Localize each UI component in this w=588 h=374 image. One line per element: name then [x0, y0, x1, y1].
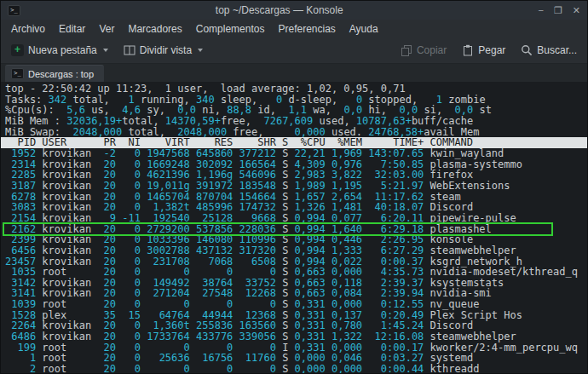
new-tab-button[interactable]: + Nueva pestaña [6, 41, 113, 60]
split-view-icon [124, 45, 135, 55]
paste-button[interactable]: Pegar [457, 41, 510, 60]
menu-complementos[interactable]: Complementos [189, 21, 272, 37]
process-row: 2 root 20 0 0 0 0 S 0,000 0,000 0:00.44 … [5, 364, 587, 373]
chevron-down-icon [103, 49, 108, 52]
new-tab-label: Nueva pestaña [28, 44, 97, 56]
titlebar[interactable]: >_ top ~/Descargas — Konsole − ❐ ✕ [1, 1, 587, 20]
search-button[interactable]: Buscar... [516, 41, 582, 60]
menu-ayuda[interactable]: Ayuda [343, 21, 385, 37]
minimize-button[interactable]: − [538, 6, 543, 15]
process-row: 2162 krovikan 20 0 2729200 537856 228036… [5, 224, 587, 235]
menu-marcadores[interactable]: Marcadores [121, 21, 188, 37]
menu-bar: Archivo Editar Ver Marcadores Complement… [1, 20, 587, 37]
paste-icon [462, 44, 474, 56]
copy-icon [401, 44, 412, 56]
search-icon [521, 44, 533, 56]
chevron-down-icon [198, 49, 203, 52]
menu-archivo[interactable]: Archivo [4, 21, 52, 37]
paste-label: Pegar [478, 44, 505, 56]
menu-ver[interactable]: Ver [92, 21, 121, 37]
toolbar: + Nueva pestaña Dividir vista Copiar Peg… [1, 37, 587, 64]
konsole-app-icon: >_ [8, 5, 20, 16]
window-title: top ~/Descargas — Konsole [20, 4, 538, 16]
tab-descargas-top[interactable]: >_ Descargas : top [5, 65, 104, 82]
menu-editar[interactable]: Editar [52, 21, 92, 37]
terminal[interactable]: top - 22:50:42 up 11:23, 1 user, load av… [1, 82, 587, 373]
terminal-tab-icon: >_ [11, 68, 24, 79]
split-view-label: Dividir vista [140, 44, 192, 56]
copy-label: Copiar [417, 44, 447, 56]
menu-preferencias[interactable]: Preferencias [271, 21, 342, 37]
close-button[interactable]: ✕ [573, 6, 580, 15]
copy-button[interactable]: Copiar [395, 41, 452, 60]
tab-label: Descargas : top [28, 69, 94, 79]
new-tab-icon: + [11, 44, 24, 56]
split-view-button[interactable]: Dividir vista [118, 41, 208, 60]
search-label: Buscar... [537, 44, 577, 56]
konsole-window: >_ top ~/Descargas — Konsole − ❐ ✕ Archi… [0, 0, 588, 374]
tab-bar: >_ Descargas : top [1, 64, 587, 82]
maximize-button[interactable]: ❐ [554, 6, 562, 15]
